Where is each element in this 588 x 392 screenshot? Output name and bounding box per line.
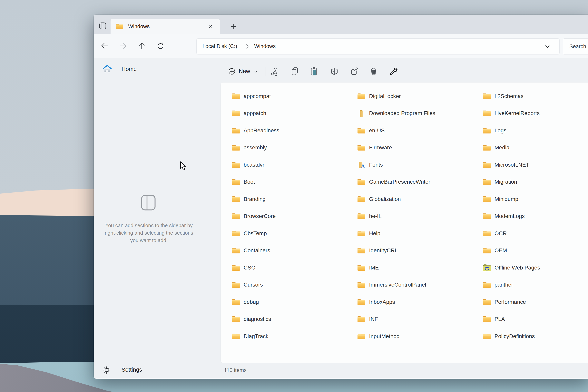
file-column: DigitalLockerDownloaded Program Filesen-… (357, 88, 478, 345)
copy-button[interactable] (288, 65, 302, 78)
file-item[interactable]: panther (482, 276, 588, 294)
sidebar-item-settings[interactable]: Settings (100, 364, 209, 376)
tools-button[interactable] (386, 65, 400, 78)
file-item[interactable]: OEM (482, 242, 588, 259)
file-item[interactable]: Boot (232, 174, 353, 191)
file-item[interactable]: Media (482, 139, 588, 156)
file-item[interactable]: InboxApps (357, 294, 478, 311)
file-item[interactable]: CSC (232, 259, 353, 276)
file-item[interactable]: diagnostics (232, 311, 353, 328)
file-item[interactable]: Microsoft.NET (482, 156, 588, 174)
file-name: Firmware (369, 144, 392, 151)
file-item[interactable]: PolicyDefinitions (482, 328, 588, 345)
refresh-icon (156, 42, 165, 50)
search-box[interactable] (563, 38, 588, 54)
file-item[interactable]: ModemLogs (482, 208, 588, 225)
thin-folder-icon (357, 109, 366, 117)
file-item[interactable]: Branding (232, 190, 353, 208)
arrow-left-icon (100, 42, 109, 50)
folder-icon (232, 247, 240, 254)
file-item[interactable]: AFonts (357, 156, 478, 174)
back-button[interactable] (99, 40, 110, 52)
breadcrumb-windows[interactable]: Windows (254, 43, 276, 50)
folder-icon (482, 213, 491, 220)
command-toolbar: New (220, 58, 588, 81)
file-item[interactable]: CbsTemp (232, 225, 353, 242)
file-item[interactable]: apppatch (232, 105, 353, 122)
new-tab-button[interactable] (229, 22, 238, 31)
file-item[interactable]: BrowserCore (232, 208, 353, 225)
sidebar-item-home[interactable]: Home (100, 63, 209, 76)
file-item[interactable]: LiveKernelReports (482, 105, 588, 122)
file-item[interactable]: Help (357, 225, 478, 242)
file-name: DigitalLocker (369, 93, 401, 99)
file-item[interactable]: Offline Web Pages (482, 259, 588, 276)
folder-icon (232, 110, 240, 117)
tab-windows[interactable]: Windows (110, 19, 220, 34)
up-button[interactable] (136, 40, 148, 52)
file-item[interactable]: Globalization (357, 190, 478, 208)
file-item[interactable]: en-US (357, 122, 478, 139)
wrench-icon (388, 66, 398, 76)
file-item[interactable]: L2Schemas (482, 88, 588, 105)
file-item[interactable]: InputMethod (357, 328, 478, 345)
file-name: OEM (494, 247, 507, 254)
scissors-icon (270, 66, 280, 76)
share-button[interactable] (348, 65, 362, 78)
new-button[interactable]: New (226, 65, 262, 78)
file-item[interactable]: INF (357, 311, 478, 328)
mouse-cursor (180, 161, 187, 172)
search-input[interactable] (569, 38, 588, 54)
cut-button[interactable] (268, 65, 282, 78)
file-item[interactable]: debug (232, 294, 353, 311)
file-item[interactable]: PLA (482, 311, 588, 328)
folder-icon (232, 264, 240, 271)
file-item[interactable]: Minidump (482, 190, 588, 208)
file-item[interactable]: ImmersiveControlPanel (357, 276, 478, 294)
refresh-button[interactable] (155, 40, 166, 52)
file-item[interactable]: DiagTrack (232, 328, 353, 345)
rename-icon (330, 66, 340, 76)
file-item[interactable]: he-IL (357, 208, 478, 225)
file-item[interactable]: Migration (482, 174, 588, 191)
file-name: CSC (244, 264, 255, 271)
file-name: debug (244, 299, 259, 305)
breadcrumb-local-disk[interactable]: Local Disk (C:) (202, 43, 237, 50)
file-item[interactable]: GameBarPresenceWriter (357, 174, 478, 191)
file-item[interactable]: bcastdvr (232, 156, 353, 174)
file-item[interactable]: Firmware (357, 139, 478, 156)
sidebar-toggle-button[interactable] (98, 21, 108, 30)
placeholder-line: you want to add. (96, 236, 202, 244)
web-folder-icon (482, 264, 491, 272)
file-item[interactable]: IdentityCRL (357, 242, 478, 259)
address-bar[interactable]: Local Disk (C:) Windows (196, 38, 560, 54)
file-item[interactable]: AppReadiness (232, 122, 353, 139)
paste-button[interactable] (307, 65, 321, 78)
file-item[interactable]: Performance (482, 294, 588, 311)
file-item[interactable]: Cursors (232, 276, 353, 294)
folder-icon (357, 93, 366, 100)
chevron-down-icon[interactable] (544, 44, 551, 50)
folder-icon (357, 213, 366, 220)
rename-button[interactable] (328, 65, 342, 78)
file-name: Boot (244, 179, 255, 185)
file-name: bcastdvr (244, 162, 264, 168)
file-name: Performance (494, 299, 526, 305)
breadcrumb-separator (245, 44, 250, 50)
file-item[interactable]: assembly (232, 139, 353, 156)
delete-button[interactable] (367, 65, 380, 78)
file-name: GameBarPresenceWriter (369, 179, 430, 185)
file-item[interactable]: appcompat (232, 88, 353, 105)
file-item[interactable]: Logs (482, 122, 588, 139)
file-column: L2SchemasLiveKernelReportsLogsMediaMicro… (482, 88, 588, 345)
file-name: Branding (244, 196, 266, 202)
file-item[interactable]: Downloaded Program Files (357, 105, 478, 122)
forward-button[interactable] (118, 40, 129, 52)
file-item[interactable]: OCR (482, 225, 588, 242)
file-item[interactable]: Containers (232, 242, 353, 259)
file-name: OCR (494, 230, 507, 236)
file-item[interactable]: DigitalLocker (357, 88, 478, 105)
file-name: InboxApps (369, 299, 395, 305)
tab-close-button[interactable] (206, 22, 215, 31)
file-item[interactable]: IME (357, 259, 478, 276)
